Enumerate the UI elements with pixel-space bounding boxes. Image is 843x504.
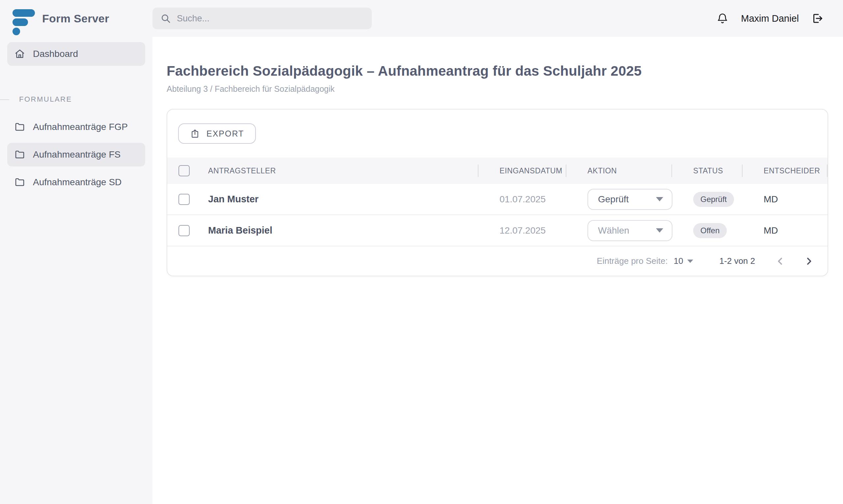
decider-initials: MD	[743, 194, 827, 205]
action-select[interactable]: Geprüft	[587, 189, 672, 210]
row-checkbox[interactable]	[178, 194, 190, 205]
export-button-label: EXPORT	[206, 129, 244, 139]
status-cell: Geprüft	[672, 192, 743, 207]
breadcrumb: Abteilung 3 / Fachbereich für Sozialpäda…	[167, 84, 843, 94]
chevron-down-icon	[656, 197, 663, 201]
sidebar-item-label: Aufnahmeanträge FGP	[33, 122, 128, 132]
search-input[interactable]	[177, 14, 364, 24]
form-server-logo-icon	[13, 3, 36, 34]
table-row: Maria Beispiel 12.07.2025 Wählen Offen M…	[167, 215, 827, 247]
logout-button[interactable]	[811, 13, 823, 24]
folder-icon	[15, 122, 25, 132]
sidebar-forms-group: Aufnahmeanträge FGP Aufnahmeanträge FS A…	[0, 115, 153, 194]
main-content: Fachbereich Sozialpädagogik – Aufnahmean…	[153, 37, 843, 504]
per-page-label: Einträge pro Seite:	[597, 256, 668, 266]
status-badge: Offen	[693, 223, 727, 238]
pagination-range: 1-2 von 2	[720, 256, 755, 266]
column-header-aktion[interactable]: AKTION	[566, 158, 672, 184]
sidebar-section-label: FORMULARE	[19, 95, 72, 104]
row-checkbox-cell	[167, 225, 198, 236]
action-select[interactable]: Wählen	[587, 220, 672, 241]
section-divider	[0, 100, 9, 100]
page-title: Fachbereich Sozialpädagogik – Aufnahmean…	[167, 63, 843, 79]
sidebar: Dashboard FORMULARE Aufnahmeanträge FGP …	[0, 37, 153, 504]
header-checkbox-cell	[167, 158, 198, 184]
pager-buttons	[774, 254, 816, 268]
sidebar-item-label: Aufnahmeanträge SD	[33, 177, 121, 187]
column-header-entscheider[interactable]: ENTSCHEIDER	[743, 158, 827, 184]
topbar: Form Server Maxim Daniel	[0, 0, 843, 37]
received-date: 12.07.2025	[479, 226, 566, 236]
applications-card: EXPORT ANTRAGSTELLER EINGANSDATUM AKTION…	[167, 109, 828, 276]
search-icon	[160, 13, 171, 24]
user-name[interactable]: Maxim Daniel	[741, 13, 799, 24]
chevron-down-icon	[687, 259, 693, 263]
topbar-right: Maxim Daniel	[717, 13, 843, 24]
column-header-status[interactable]: STATUS	[672, 158, 743, 184]
app-logo: Form Server	[0, 3, 153, 34]
chevron-right-icon	[804, 256, 814, 266]
sidebar-item-dashboard[interactable]: Dashboard	[7, 42, 145, 66]
pagination-bar: Einträge pro Seite: 10 1-2 von 2	[167, 247, 827, 276]
received-date: 01.07.2025	[479, 194, 566, 205]
select-all-checkbox[interactable]	[178, 165, 190, 176]
home-icon	[15, 49, 25, 59]
action-select-value: Wählen	[598, 226, 629, 236]
action-cell: Wählen	[566, 220, 672, 241]
chevron-left-icon	[775, 256, 785, 266]
action-select-value: Geprüft	[598, 194, 629, 205]
sidebar-item-label: Dashboard	[33, 49, 78, 59]
card-toolbar: EXPORT	[167, 110, 827, 158]
table-header: ANTRAGSTELLER EINGANSDATUM AKTION STATUS…	[167, 158, 827, 184]
action-cell: Geprüft	[566, 189, 672, 210]
app-root: Form Server Maxim Daniel	[0, 0, 843, 504]
applicant-name: Maria Beispiel	[198, 225, 479, 236]
applicant-name: Jan Muster	[198, 194, 479, 205]
export-icon	[190, 129, 200, 139]
per-page-select[interactable]: 10	[674, 256, 693, 266]
notifications-button[interactable]	[717, 13, 728, 24]
bell-icon	[717, 13, 728, 24]
sidebar-section: FORMULARE	[0, 95, 153, 103]
sidebar-item-aufnahmeantraege-fs[interactable]: Aufnahmeanträge FS	[7, 143, 145, 166]
previous-page-button[interactable]	[774, 254, 787, 268]
table-row: Jan Muster 01.07.2025 Geprüft Geprüft MD	[167, 184, 827, 215]
folder-icon	[15, 149, 25, 160]
decider-initials: MD	[743, 226, 827, 236]
row-checkbox[interactable]	[178, 225, 190, 236]
chevron-down-icon	[656, 228, 663, 233]
sidebar-item-label: Aufnahmeanträge FS	[33, 149, 121, 160]
status-badge: Geprüft	[693, 192, 734, 207]
next-page-button[interactable]	[802, 254, 816, 268]
logout-icon	[811, 13, 823, 24]
folder-icon	[15, 177, 25, 187]
column-header-antragsteller[interactable]: ANTRAGSTELLER	[198, 158, 479, 184]
sidebar-item-aufnahmeantraege-sd[interactable]: Aufnahmeanträge SD	[7, 170, 145, 194]
column-header-eingansdatum[interactable]: EINGANSDATUM	[479, 158, 566, 184]
status-cell: Offen	[672, 223, 743, 238]
app-title: Form Server	[42, 12, 109, 25]
row-checkbox-cell	[167, 194, 198, 205]
sidebar-item-aufnahmeantraege-fgp[interactable]: Aufnahmeanträge FGP	[7, 115, 145, 139]
export-button[interactable]: EXPORT	[178, 123, 256, 144]
per-page-value: 10	[674, 256, 683, 266]
search-bar[interactable]	[153, 7, 372, 29]
